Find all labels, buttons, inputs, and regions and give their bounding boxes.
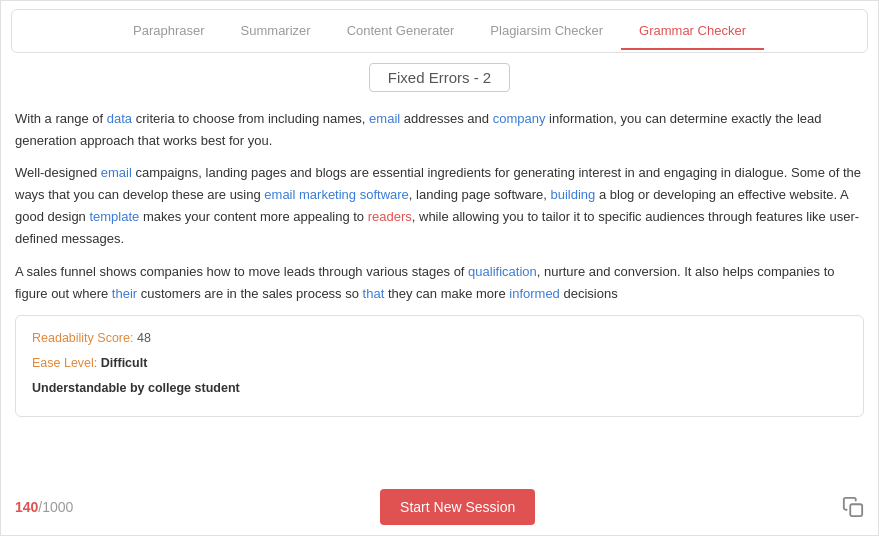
readability-score-label: Readability Score:: [32, 331, 133, 345]
start-new-session-button[interactable]: Start New Session: [380, 489, 535, 525]
p1-text1: With a range of: [15, 111, 107, 126]
p1-text3: addresses and: [400, 111, 493, 126]
nav-grammar-checker[interactable]: Grammar Checker: [621, 13, 764, 50]
p2-building: building: [550, 187, 595, 202]
p3-qualification: qualification: [468, 264, 537, 279]
p3-their: their: [112, 286, 137, 301]
word-count-display: 140/1000: [15, 499, 73, 515]
top-navigation: Paraphraser Summarizer Content Generater…: [11, 9, 868, 53]
ease-level-row: Ease Level: Difficult: [32, 353, 847, 374]
ease-level-label: Ease Level:: [32, 356, 97, 370]
p2-readers: readers: [368, 209, 412, 224]
p1-text2: criteria to choose from including names,: [132, 111, 369, 126]
p2-text3: , landing page software,: [409, 187, 551, 202]
p2-text5: makes your content more appealing to: [139, 209, 367, 224]
p1-data: data: [107, 111, 132, 126]
understandable-text: Understandable by college student: [32, 378, 847, 399]
paragraph-3: A sales funnel shows companies how to mo…: [15, 261, 864, 305]
nav-plagiarism-checker[interactable]: Plagiarsim Checker: [472, 13, 621, 50]
footer: 140/1000 Start New Session: [1, 481, 878, 535]
word-count-total: /1000: [38, 499, 73, 515]
ease-level-value: Difficult: [101, 356, 148, 370]
word-count-current: 140: [15, 499, 38, 515]
content-area: With a range of data criteria to choose …: [1, 100, 878, 481]
nav-summarizer[interactable]: Summarizer: [223, 13, 329, 50]
p3-text3: customers are in the sales process so: [137, 286, 362, 301]
paragraph-2: Well-designed email campaigns, landing p…: [15, 162, 864, 250]
p3-text5: decisions: [560, 286, 618, 301]
p3-informed: informed: [509, 286, 560, 301]
copy-icon[interactable]: [842, 496, 864, 518]
paragraph-1: With a range of data criteria to choose …: [15, 108, 864, 152]
svg-rect-0: [850, 504, 862, 516]
p3-text4: they can make more: [384, 286, 509, 301]
readability-score-value: 48: [137, 331, 151, 345]
p3-that: that: [363, 286, 385, 301]
nav-content-generater[interactable]: Content Generater: [329, 13, 473, 50]
p2-template: template: [89, 209, 139, 224]
p2-email: email: [101, 165, 132, 180]
p1-company: company: [493, 111, 546, 126]
p3-text1: A sales funnel shows companies how to mo…: [15, 264, 468, 279]
p2-text1: Well-designed: [15, 165, 101, 180]
p1-email: email: [369, 111, 400, 126]
readability-score-row: Readability Score: 48: [32, 328, 847, 349]
p2-email2: email marketing software: [264, 187, 409, 202]
fixed-errors-badge: Fixed Errors - 2: [369, 63, 510, 92]
badge-row: Fixed Errors - 2: [1, 63, 878, 92]
nav-paraphraser[interactable]: Paraphraser: [115, 13, 223, 50]
readability-box: Readability Score: 48 Ease Level: Diffic…: [15, 315, 864, 417]
